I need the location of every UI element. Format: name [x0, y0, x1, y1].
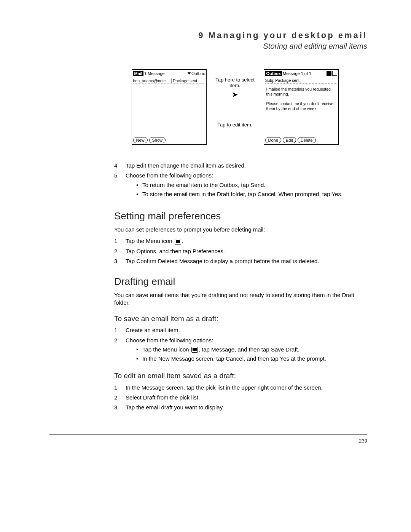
step-4: 4 Tap Edit then change the email item as… — [114, 162, 367, 169]
page-header: 9 Managing your desktop email Storing an… — [49, 30, 367, 51]
folder-dropdown[interactable]: Outbox — [188, 71, 205, 76]
next-icon[interactable] — [332, 71, 337, 76]
message-count: 1 Message — [144, 71, 165, 76]
mail-list-header: Mail 1 Message Outbox — [132, 70, 206, 77]
callouts: Tap here to select item. ➤ Tap to edit i… — [214, 69, 256, 150]
steps-edit-draft: 1 In the Message screen, tap the pick li… — [114, 384, 367, 412]
edit-button[interactable]: Edit — [283, 137, 296, 143]
page-number: 239 — [49, 438, 367, 444]
arrow-icon: ➤ — [214, 90, 256, 99]
message-detail-screenshot: Outbox Message 1 of 1 Subj: Package sent… — [264, 69, 339, 145]
bullet: Tap the Menu icon , tap Message, and the… — [136, 346, 367, 353]
step-1: 1 Create an email item. — [114, 326, 367, 334]
step-2: 2 Tap Options, and then tap Preferences. — [114, 248, 367, 255]
app-label: Outbox — [265, 71, 282, 76]
message-footer: Done Edit Delete — [264, 136, 338, 144]
step-5: 5 Choose from the following options: To … — [114, 172, 367, 200]
subheading-edit-draft: To edit an email item saved as a draft: — [114, 371, 367, 381]
intro-preferences: You can set preferences to prompt you be… — [114, 226, 367, 233]
menu-icon — [175, 239, 181, 244]
show-button[interactable]: Show — [149, 137, 166, 143]
mail-list-body: ben_adams@netc... Package sent — [132, 77, 206, 136]
callout-select: Tap here to select item. ➤ — [214, 77, 256, 99]
nav-icons — [327, 71, 337, 76]
message-body: Subj: Package sent I mailed the material… — [264, 77, 338, 136]
chapter-title: 9 Managing your desktop email — [49, 30, 367, 40]
delete-button[interactable]: Delete — [298, 137, 316, 143]
bullet: In the New Message screen, tap Cancel, a… — [136, 355, 367, 363]
menu-icon — [191, 347, 198, 353]
body-content: 4 Tap Edit then change the email item as… — [114, 162, 367, 412]
message-para1: I mailed the materials you requested thi… — [265, 86, 337, 97]
heading-preferences: Setting mail preferences — [114, 209, 367, 223]
message-position: Message 1 of 1 — [283, 71, 311, 76]
steps-preferences: 1 Tap the Menu icon . 2 Tap Options, and… — [114, 237, 367, 265]
mail-list-screenshot: Mail 1 Message Outbox ben_adams@netc... … — [132, 69, 207, 145]
step-2: 2 Choose from the following options: Tap… — [114, 337, 367, 364]
folder-label: Outbox — [191, 71, 205, 76]
subject-value: Package sent — [275, 78, 299, 83]
message-para2: Please contact me if you don't receive t… — [265, 101, 337, 112]
step-2: 2 Select Draft from the pick list. — [114, 394, 367, 401]
step-3: 3 Tap Confirm Deleted Message to display… — [114, 257, 367, 265]
mail-row[interactable]: ben_adams@netc... Package sent — [133, 78, 205, 84]
callout-edit: Tap to edit item. — [214, 122, 256, 128]
bullet: To store the email item in the Draft fol… — [136, 190, 367, 198]
mail-list-footer: New Show — [132, 136, 206, 144]
new-button[interactable]: New — [133, 137, 148, 143]
prev-icon[interactable] — [327, 71, 331, 76]
figure: Mail 1 Message Outbox ben_adams@netc... … — [103, 69, 367, 150]
done-button[interactable]: Done — [265, 137, 281, 143]
subheading-save-draft: To save an email item as a draft: — [114, 314, 367, 324]
section-title: Storing and editing email items — [49, 42, 367, 51]
page: 9 Managing your desktop email Storing an… — [0, 0, 411, 532]
step-3: 3 Tap the email draft you want to displa… — [114, 404, 367, 411]
mail-from: ben_adams@netc... — [133, 78, 172, 83]
steps-save-draft: 1 Create an email item. 2 Choose from th… — [114, 326, 367, 364]
header-rule — [49, 54, 367, 54]
step-1: 1 In the Message screen, tap the pick li… — [114, 384, 367, 391]
mail-subject: Package sent — [172, 78, 198, 83]
subject-label: Subj: — [265, 78, 274, 83]
message-detail-header: Outbox Message 1 of 1 — [264, 70, 338, 77]
step-1: 1 Tap the Menu icon . — [114, 237, 367, 245]
dropdown-icon — [188, 72, 191, 75]
footer-rule — [49, 435, 367, 435]
app-label: Mail — [133, 71, 143, 76]
heading-drafting: Drafting email — [114, 275, 367, 288]
steps-continued: 4 Tap Edit then change the email item as… — [114, 162, 367, 200]
intro-drafting: You can save email items that you're dra… — [114, 291, 367, 307]
bullet: To return the email item to the Outbox, … — [136, 181, 367, 189]
